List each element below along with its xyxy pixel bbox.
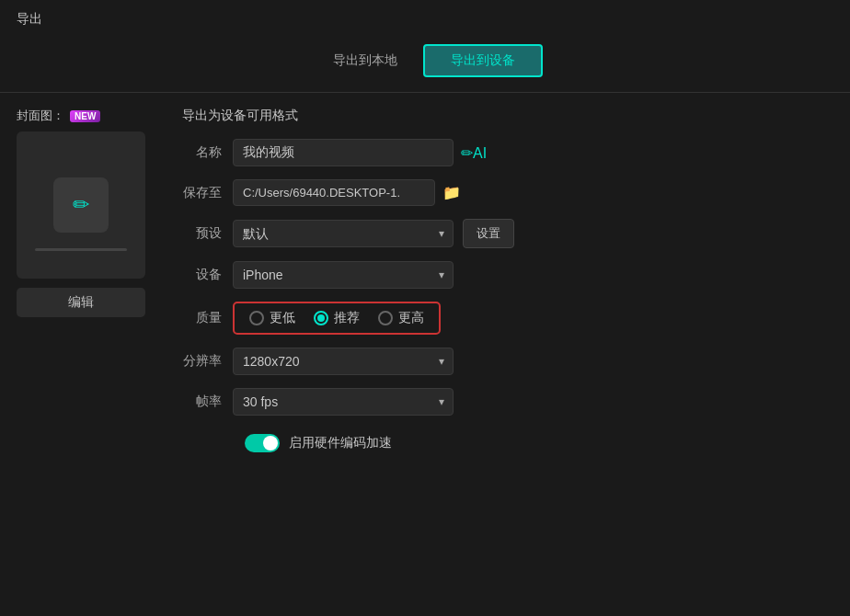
preset-row: 预设 默认 ▾ 设置	[182, 219, 833, 248]
edit-button[interactable]: 编辑	[17, 288, 145, 317]
quality-row-wrapper: 质量 更低 推荐 更高	[182, 302, 833, 335]
quality-recommended[interactable]: 推荐	[314, 310, 360, 326]
hardware-label: 启用硬件编码加速	[289, 435, 392, 451]
preset-select[interactable]: 默认	[233, 220, 454, 247]
quality-recommended-radio[interactable]	[314, 311, 328, 325]
device-label: 设备	[182, 267, 233, 283]
cover-label-text: 封面图：	[17, 108, 64, 124]
device-select[interactable]: iPhone	[233, 261, 454, 289]
cover-line	[35, 248, 127, 251]
device-row: 设备 iPhone ▾	[182, 261, 833, 289]
main-content: 封面图： NEW ✏ 编辑 导出为设备可用格式 名称 ✏AI 保存至 C:/Us…	[0, 108, 850, 452]
save-row: 保存至 C:/Users/69440.DESKTOP-1. 📁	[182, 179, 833, 206]
resolution-select-wrapper: 1280x720 ▾	[233, 348, 454, 375]
page-title: 导出	[0, 0, 850, 35]
pencil-icon: ✏	[73, 193, 89, 217]
hardware-row: 启用硬件编码加速	[182, 434, 833, 452]
hardware-toggle[interactable]	[245, 434, 280, 452]
toggle-knob	[263, 436, 278, 451]
cover-thumbnail: ✏	[17, 131, 145, 279]
cover-inner: ✏	[53, 177, 109, 233]
quality-options-container: 更低 推荐 更高	[233, 302, 441, 335]
quality-lower-label: 更低	[270, 310, 295, 326]
quality-higher-label: 更高	[398, 310, 424, 326]
save-path: C:/Users/69440.DESKTOP-1.	[233, 179, 435, 206]
new-badge: NEW	[70, 110, 100, 122]
fps-select[interactable]: 30 fps	[233, 388, 454, 416]
quality-recommended-label: 推荐	[334, 310, 360, 326]
preset-label: 预设	[182, 225, 233, 242]
preset-select-wrapper: 默认 ▾	[233, 220, 454, 247]
fps-row: 帧率 30 fps ▾	[182, 388, 833, 416]
name-label: 名称	[182, 144, 233, 161]
settings-button[interactable]: 设置	[463, 219, 514, 248]
preset-select-row: 默认 ▾ 设置	[233, 219, 514, 248]
name-input[interactable]	[233, 139, 454, 166]
tab-local[interactable]: 导出到本地	[307, 46, 423, 75]
quality-higher[interactable]: 更高	[378, 310, 424, 326]
left-panel: 封面图： NEW ✏ 编辑	[17, 108, 164, 452]
quality-higher-radio[interactable]	[378, 311, 393, 325]
ai-icon[interactable]: ✏AI	[461, 144, 487, 162]
name-row: 名称 ✏AI	[182, 139, 833, 166]
resolution-label: 分辨率	[182, 353, 233, 370]
fps-label: 帧率	[182, 394, 233, 410]
device-select-wrapper: iPhone ▾	[233, 261, 454, 289]
path-row: C:/Users/69440.DESKTOP-1. 📁	[233, 179, 461, 206]
quality-label: 质量	[182, 310, 233, 326]
resolution-select[interactable]: 1280x720	[233, 348, 454, 375]
right-panel: 导出为设备可用格式 名称 ✏AI 保存至 C:/Users/69440.DESK…	[182, 108, 833, 452]
quality-lower[interactable]: 更低	[249, 310, 295, 326]
tab-bar: 导出到本地 导出到设备	[0, 35, 850, 92]
resolution-row: 分辨率 1280x720 ▾	[182, 348, 833, 375]
cover-label: 封面图： NEW	[17, 108, 164, 124]
save-label: 保存至	[182, 185, 233, 201]
fps-select-wrapper: 30 fps ▾	[233, 388, 454, 416]
section-title: 导出为设备可用格式	[182, 108, 833, 124]
quality-lower-radio[interactable]	[249, 311, 264, 325]
tab-device[interactable]: 导出到设备	[423, 44, 543, 77]
divider	[0, 92, 850, 93]
folder-icon[interactable]: 📁	[442, 184, 461, 201]
